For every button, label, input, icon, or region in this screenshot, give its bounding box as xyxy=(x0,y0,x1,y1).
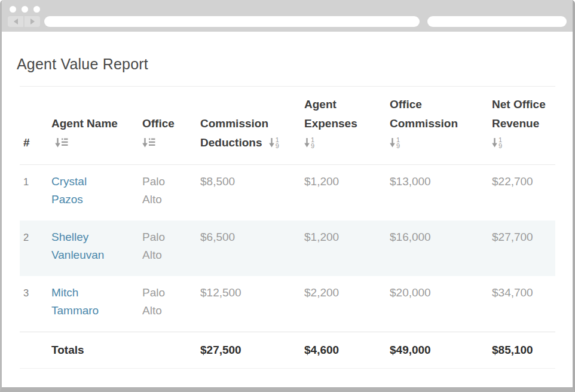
table-row: 3 Mitch Tammaro Palo Alto $12,500 $2,200… xyxy=(20,276,555,332)
column-label: Agent Expenses xyxy=(304,98,357,130)
forward-button[interactable] xyxy=(25,16,40,27)
sort-numeric-icon[interactable]: 1 9 xyxy=(304,137,314,149)
office-commission-cell: $20,000 xyxy=(386,276,488,332)
totals-label: Totals xyxy=(48,332,139,369)
office-commission-cell: $13,000 xyxy=(386,165,488,221)
agent-expenses-cell: $1,200 xyxy=(301,165,386,221)
commission-deductions-cell: $12,500 xyxy=(197,276,301,332)
agent-name-cell: Crystal Pazos xyxy=(48,165,139,221)
column-header-agent-name[interactable]: Agent Name xyxy=(48,87,139,165)
sort-numeric-icon[interactable]: 1 9 xyxy=(390,137,400,149)
agent-value-report-table: # Agent Name xyxy=(20,86,555,369)
window-control-dot xyxy=(10,6,16,13)
table-row: 2 Shelley Vanleuvan Palo Alto $6,500 $1,… xyxy=(20,220,555,276)
column-header-commission-deductions[interactable]: Commission Deductions 1 9 xyxy=(197,87,301,165)
totals-net-office-revenue: $85,100 xyxy=(488,332,555,369)
commission-deductions-cell: $8,500 xyxy=(197,165,301,221)
column-label: Office xyxy=(142,117,175,130)
sort-numeric-digits: 1 9 xyxy=(396,137,400,149)
row-index: 3 xyxy=(20,276,48,332)
totals-row: Totals $27,500 $4,600 $49,000 $85,100 xyxy=(20,332,555,369)
agent-name-link[interactable]: Shelley Vanleuvan xyxy=(51,228,118,264)
totals-empty-cell xyxy=(20,332,48,369)
agent-name-link[interactable]: Crystal Pazos xyxy=(51,173,118,209)
sort-numeric-icon[interactable]: 1 9 xyxy=(269,137,279,149)
net-office-revenue-cell: $27,700 xyxy=(488,220,555,276)
browser-chrome xyxy=(2,0,573,32)
table-row: 1 Crystal Pazos Palo Alto $8,500 $1,200 … xyxy=(20,165,555,221)
commission-deductions-cell: $6,500 xyxy=(197,220,301,276)
page-title: Agent Value Report xyxy=(17,56,573,73)
address-bar[interactable] xyxy=(44,16,420,27)
window-control-dot xyxy=(22,6,28,13)
column-header-agent-expenses[interactable]: Agent Expenses 1 9 xyxy=(301,87,386,165)
agent-expenses-cell: $1,200 xyxy=(301,220,386,276)
row-index: 1 xyxy=(20,165,48,221)
office-commission-cell: $16,000 xyxy=(386,220,488,276)
column-header-office[interactable]: Office xyxy=(139,87,197,165)
sort-numeric-digits: 1 9 xyxy=(311,137,314,149)
sort-alpha-icon[interactable] xyxy=(142,137,155,148)
column-header-net-office-revenue[interactable]: Net Office Revenue 1 9 xyxy=(488,87,555,165)
column-label: Office Commission xyxy=(390,98,458,130)
column-label: # xyxy=(23,136,30,149)
column-label: Net Office Revenue xyxy=(492,98,546,130)
column-header-office-commission[interactable]: Office Commission 1 9 xyxy=(386,87,488,165)
browser-window: Agent Value Report # Agent Name xyxy=(0,0,575,392)
office-cell: Palo Alto xyxy=(139,220,197,276)
totals-agent-expenses: $4,600 xyxy=(301,332,386,369)
row-index: 2 xyxy=(20,220,48,276)
column-label: Commission Deductions xyxy=(200,117,268,149)
window-controls xyxy=(10,6,567,13)
sort-numeric-digits: 1 9 xyxy=(276,137,279,149)
agent-name-link[interactable]: Mitch Tammaro xyxy=(51,284,118,320)
totals-office-commission: $49,000 xyxy=(386,332,488,369)
sort-alpha-icon[interactable] xyxy=(55,137,68,148)
back-button[interactable] xyxy=(8,16,23,27)
agent-name-cell: Shelley Vanleuvan xyxy=(48,220,139,276)
agent-expenses-cell: $2,200 xyxy=(301,276,386,332)
forward-arrow-icon xyxy=(30,19,35,24)
search-bar[interactable] xyxy=(427,16,567,27)
net-office-revenue-cell: $22,700 xyxy=(488,165,555,221)
sort-numeric-icon[interactable]: 1 9 xyxy=(492,137,502,149)
agent-name-cell: Mitch Tammaro xyxy=(48,276,139,332)
sort-numeric-digits: 1 9 xyxy=(498,137,502,149)
totals-commission-deductions: $27,500 xyxy=(197,332,301,369)
window-control-dot xyxy=(33,6,40,13)
totals-empty-cell xyxy=(139,332,197,369)
header-row: # Agent Name xyxy=(20,87,555,165)
column-header-index: # xyxy=(20,87,48,165)
report-page: Agent Value Report # Agent Name xyxy=(2,56,573,369)
back-arrow-icon xyxy=(14,19,18,24)
column-label: Agent Name xyxy=(51,117,118,130)
office-cell: Palo Alto xyxy=(139,165,197,221)
browser-navrow xyxy=(8,16,567,27)
net-office-revenue-cell: $34,700 xyxy=(488,276,555,332)
office-cell: Palo Alto xyxy=(139,276,197,332)
